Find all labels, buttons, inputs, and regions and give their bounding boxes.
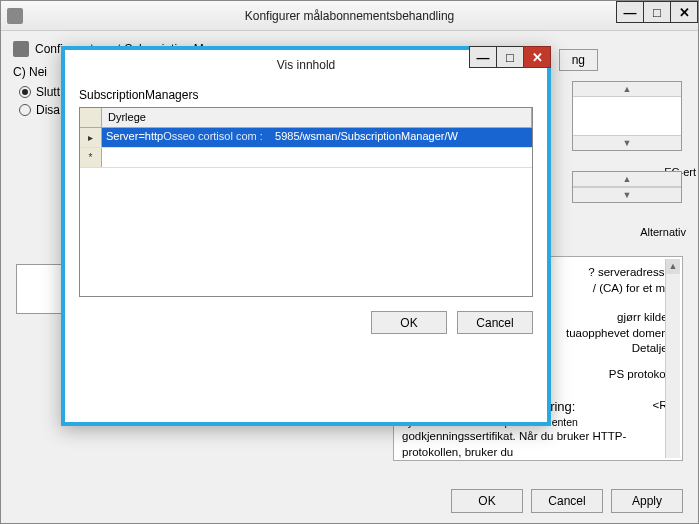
alternative-label: Alternativ (640, 226, 686, 238)
grid-row-selected[interactable]: ▸ Server=httpOsseo cortisol com : 5985/w… (80, 128, 532, 148)
ok-button[interactable]: OK (451, 489, 523, 513)
minimize-button[interactable]: — (616, 1, 644, 23)
scroll-down-icon[interactable]: ▼ (573, 135, 681, 150)
radio-off-label: Disa (36, 103, 60, 117)
outer-dialog-buttons: OK Cancel Apply (451, 489, 683, 513)
modal-minimize-button[interactable]: — (469, 46, 497, 68)
row-selector-icon[interactable]: ▸ (80, 128, 102, 147)
grid-cell-part: Server=http (106, 130, 163, 142)
radio-off-icon (19, 104, 31, 116)
apply-button[interactable]: Apply (611, 489, 683, 513)
radio-on-icon (19, 86, 31, 98)
subscription-grid[interactable]: Dyrlege ▸ Server=httpOsseo cortisol com … (79, 107, 533, 297)
modal-title: Vis innhold (277, 58, 336, 72)
app-icon (7, 8, 23, 24)
subscription-managers-label: SubscriptionManagers (79, 88, 533, 102)
modal-window-controls: — □ ✕ (470, 46, 551, 68)
modal-titlebar: Vis innhold — □ ✕ (65, 50, 547, 80)
scroll-up-icon[interactable]: ▲ (573, 82, 681, 97)
radio-on-label: Slutt (36, 85, 60, 99)
close-button[interactable]: ✕ (670, 1, 698, 23)
scroll-up-icon[interactable]: ▲ (666, 259, 680, 274)
configure-icon (13, 41, 29, 57)
grid-cell-empty[interactable] (102, 148, 532, 167)
grid-cell-part: 5985/wsman/SubscriptionManager/W (275, 130, 458, 142)
cancel-button[interactable]: Cancel (531, 489, 603, 513)
modal-maximize-button[interactable]: □ (496, 46, 524, 68)
outer-window-controls: — □ ✕ (617, 1, 698, 23)
window-title: Konfigurer målabonnementsbehandling (245, 9, 454, 23)
modal-cancel-button[interactable]: Cancel (457, 311, 533, 334)
grid-column-header[interactable]: Dyrlege (102, 108, 532, 127)
modal-ok-button[interactable]: OK (371, 311, 447, 334)
grid-cell[interactable]: Server=httpOsseo cortisol com : 5985/wsm… (102, 128, 532, 147)
new-row-icon[interactable]: * (80, 148, 102, 167)
grid-corner (80, 108, 102, 127)
help-scrollbar[interactable]: ▲ (665, 259, 680, 458)
modal-close-button[interactable]: ✕ (523, 46, 551, 68)
right-textbox-large[interactable]: ▲ ▼ (572, 81, 682, 151)
grid-header: Dyrlege (80, 108, 532, 128)
right-textbox-small[interactable]: ▲ ▼ (572, 171, 682, 203)
scroll-up-icon[interactable]: ▲ (573, 172, 681, 187)
outer-titlebar: Konfigurer målabonnementsbehandling — □ … (1, 1, 698, 31)
maximize-button[interactable]: □ (643, 1, 671, 23)
grid-cell-part: Osseo cortisol com : (163, 130, 263, 142)
grid-row-new[interactable]: * (80, 148, 532, 168)
help-line: godkjenningssertifikat. Når du bruker HT… (402, 429, 674, 460)
scroll-down-icon[interactable]: ▼ (573, 187, 681, 202)
modal-buttons: OK Cancel (79, 311, 533, 334)
outer-window: Konfigurer målabonnementsbehandling — □ … (0, 0, 699, 524)
show-content-dialog: Vis innhold — □ ✕ SubscriptionManagers D… (61, 46, 551, 426)
ng-button[interactable]: ng (559, 49, 598, 71)
